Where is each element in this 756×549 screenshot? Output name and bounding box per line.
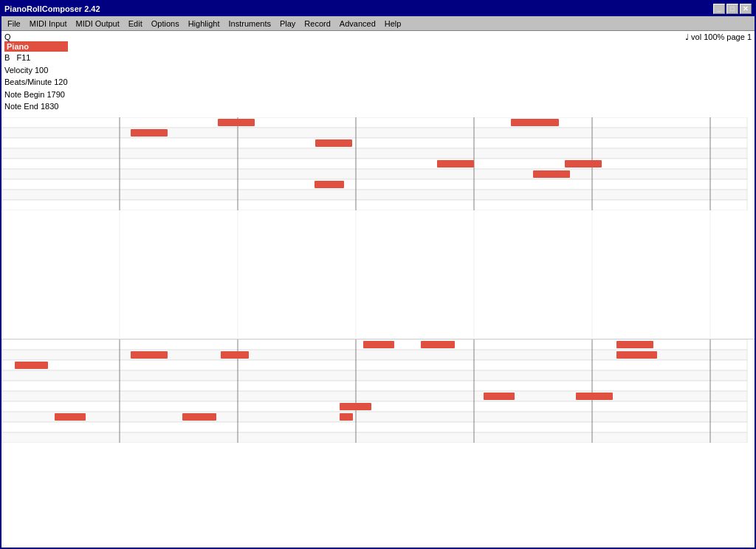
note-bar xyxy=(565,160,602,168)
menu-help[interactable]: Help xyxy=(380,18,406,30)
app-title: PianoRollComposer 2.42 xyxy=(4,4,100,13)
svg-rect-27 xyxy=(1,401,747,412)
note-begin: Note Begin 1790 xyxy=(4,89,68,101)
svg-rect-3 xyxy=(1,148,747,159)
svg-rect-25 xyxy=(1,381,747,391)
spacer-grid xyxy=(1,210,755,339)
bottom-grid-section xyxy=(1,339,755,443)
maximize-button[interactable]: □ xyxy=(726,4,738,14)
minimize-button[interactable]: _ xyxy=(713,4,725,14)
note-bar xyxy=(315,181,344,188)
note-bar xyxy=(484,393,515,400)
content-area: Q Piano B F11 Velocity 100 Beats/Minute … xyxy=(1,31,755,548)
svg-rect-7 xyxy=(1,190,747,200)
note-bar xyxy=(315,139,352,147)
note-bar xyxy=(616,341,653,348)
right-info: ♩ vol 100% page 1 xyxy=(685,32,752,42)
menu-highlight[interactable]: Highlight xyxy=(184,18,224,30)
note-bar xyxy=(182,413,216,421)
menu-play[interactable]: Play xyxy=(275,18,300,30)
menu-midi-input[interactable]: MIDI Input xyxy=(25,18,72,30)
note-bar xyxy=(533,170,570,178)
note-key: B F11 xyxy=(4,52,68,64)
note-bar xyxy=(511,119,559,126)
menu-file[interactable]: File xyxy=(3,18,25,30)
note-bar xyxy=(358,403,371,410)
close-button[interactable]: ✕ xyxy=(740,4,752,14)
velocity-info: Velocity 100 xyxy=(4,64,68,77)
title-bar-buttons: _ □ ✕ xyxy=(713,4,752,14)
menu-bar: File MIDI Input MIDI Output Edit Options… xyxy=(1,16,755,31)
q-label: Q xyxy=(4,32,68,41)
menu-instruments[interactable]: Instruments xyxy=(224,18,275,30)
piano-roll-area[interactable] xyxy=(1,114,755,548)
top-grid-svg xyxy=(1,117,755,210)
svg-rect-28 xyxy=(1,412,747,422)
left-info: Q Piano B F11 Velocity 100 Beats/Minute … xyxy=(4,32,68,113)
note-bar xyxy=(15,362,48,369)
note-bar xyxy=(218,119,255,126)
svg-rect-26 xyxy=(1,391,747,401)
svg-rect-5 xyxy=(1,169,747,179)
note-bar xyxy=(421,341,455,348)
svg-rect-1 xyxy=(1,128,747,138)
top-grid-section xyxy=(1,117,755,210)
title-bar: PianoRollComposer 2.42 _ □ ✕ xyxy=(1,1,755,16)
note-bar xyxy=(616,351,657,359)
bpm-info: Beats/Minute 120 xyxy=(4,76,68,89)
svg-rect-0 xyxy=(1,117,747,128)
svg-rect-6 xyxy=(1,179,747,190)
menu-edit[interactable]: Edit xyxy=(124,18,147,30)
note-bar xyxy=(55,413,86,421)
menu-record[interactable]: Record xyxy=(300,18,334,30)
note-bar xyxy=(221,351,249,359)
note-bar xyxy=(363,341,394,348)
menu-options[interactable]: Options xyxy=(147,18,184,30)
note-bar xyxy=(131,129,168,137)
note-bar xyxy=(437,160,474,168)
svg-rect-30 xyxy=(1,432,747,443)
svg-rect-2 xyxy=(1,138,747,148)
note-end: Note End 1830 xyxy=(4,100,68,113)
note-bar xyxy=(340,413,353,421)
svg-rect-29 xyxy=(1,422,747,432)
svg-rect-4 xyxy=(1,159,747,169)
svg-rect-24 xyxy=(1,370,747,381)
top-info: Q Piano B F11 Velocity 100 Beats/Minute … xyxy=(1,31,755,114)
menu-advanced[interactable]: Advanced xyxy=(335,18,380,30)
app-window: PianoRollComposer 2.42 _ □ ✕ File MIDI I… xyxy=(0,0,756,549)
svg-rect-8 xyxy=(1,200,747,210)
note-bar xyxy=(131,351,168,359)
bottom-grid-svg xyxy=(1,339,755,443)
spacer-area xyxy=(1,210,755,339)
note-info: B F11 Velocity 100 Beats/Minute 120 Note… xyxy=(4,52,68,113)
menu-midi-output[interactable]: MIDI Output xyxy=(71,18,123,30)
svg-rect-23 xyxy=(1,360,747,370)
note-bar xyxy=(576,393,613,400)
instrument-label: Piano xyxy=(4,41,68,52)
